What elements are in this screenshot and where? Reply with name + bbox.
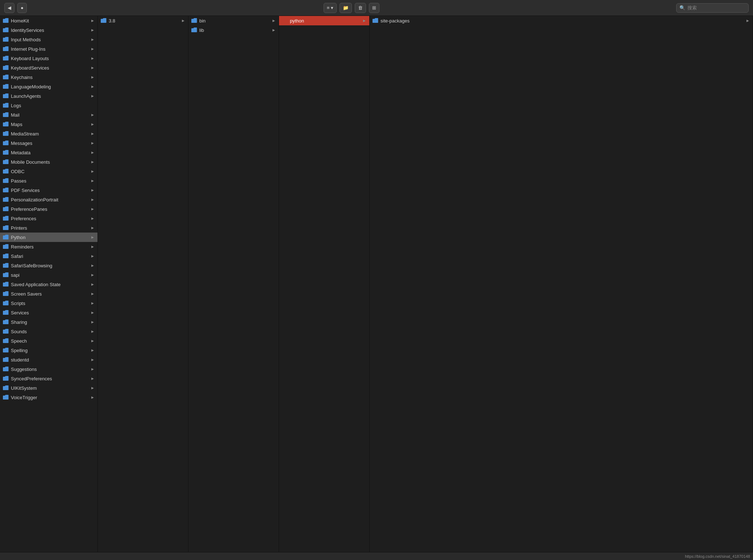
- list-item[interactable]: Mobile Documents▶: [0, 157, 97, 167]
- item-label: Logs: [11, 103, 95, 108]
- chevron-right-icon: ▶: [90, 358, 95, 362]
- folder-icon: [3, 56, 9, 61]
- list-item[interactable]: Screen Savers▶: [0, 289, 97, 298]
- list-item[interactable]: UIKitSystem▶: [0, 383, 97, 393]
- item-label: Safari: [11, 254, 90, 259]
- svg-rect-33: [3, 330, 9, 334]
- item-label: site-packages: [380, 18, 745, 24]
- list-item[interactable]: IdentityServices▶: [0, 25, 97, 35]
- list-item[interactable]: Passes▶: [0, 176, 97, 185]
- chevron-right-icon: ▶: [271, 28, 276, 32]
- folder-icon: [3, 169, 9, 174]
- list-item[interactable]: Keyboard Layouts▶: [0, 54, 97, 63]
- chevron-right-icon: ▶: [90, 207, 95, 211]
- item-label: Sounds: [11, 329, 90, 334]
- folder-icon: [3, 37, 9, 42]
- svg-rect-16: [3, 170, 9, 174]
- view-toggle-button[interactable]: ≡ ▾: [324, 3, 337, 13]
- new-folder-button[interactable]: 📁: [340, 3, 352, 13]
- chevron-right-icon: ▶: [90, 84, 95, 89]
- svg-rect-9: [3, 104, 9, 108]
- list-item[interactable]: lib▶: [188, 25, 279, 35]
- list-item[interactable]: LanguageModeling▶: [0, 82, 97, 91]
- list-item[interactable]: Mail▶: [0, 110, 97, 120]
- share-button[interactable]: ⊞: [369, 3, 379, 13]
- list-item[interactable]: ODBC▶: [0, 167, 97, 176]
- item-label: Mail: [11, 112, 90, 118]
- list-item[interactable]: Speech▶: [0, 336, 97, 346]
- list-item[interactable]: python▶: [279, 16, 369, 25]
- list-item[interactable]: Sharing▶: [0, 317, 97, 327]
- chevron-right-icon: ▶: [90, 329, 95, 334]
- list-item[interactable]: Keychains▶: [0, 72, 97, 82]
- list-item[interactable]: Spelling▶: [0, 346, 97, 355]
- list-item[interactable]: PreferencePanes▶: [0, 204, 97, 214]
- column-5: site-packages▶: [370, 16, 753, 552]
- chevron-right-icon: ▶: [90, 37, 95, 42]
- folder-icon: [3, 244, 9, 249]
- item-label: PDF Services: [11, 188, 90, 193]
- list-item[interactable]: Saved Application State▶: [0, 280, 97, 289]
- list-item[interactable]: sapi▶: [0, 270, 97, 280]
- list-item[interactable]: Logs: [0, 101, 97, 110]
- list-item[interactable]: Preferences▶: [0, 214, 97, 223]
- list-item[interactable]: Scripts▶: [0, 298, 97, 308]
- chevron-right-icon: ▶: [90, 47, 95, 51]
- trash-icon: 🗑: [358, 5, 363, 11]
- folder-icon: [3, 159, 9, 164]
- list-item[interactable]: Messages▶: [0, 138, 97, 148]
- list-item[interactable]: studentd▶: [0, 355, 97, 364]
- list-item[interactable]: Suggestions▶: [0, 364, 97, 374]
- list-item[interactable]: LaunchAgents▶: [0, 91, 97, 101]
- folder-icon: [3, 150, 9, 155]
- chevron-right-icon: ▶: [90, 282, 95, 287]
- list-item[interactable]: VoiceTrigger▶: [0, 393, 97, 402]
- chevron-right-icon: ▶: [90, 113, 95, 117]
- list-item[interactable]: Input Methods▶: [0, 35, 97, 44]
- delete-button[interactable]: 🗑: [355, 3, 366, 13]
- list-item[interactable]: Sounds▶: [0, 327, 97, 336]
- chevron-right-icon: ▶: [90, 339, 95, 343]
- chevron-right-icon: ▶: [90, 245, 95, 249]
- svg-rect-4: [3, 57, 9, 60]
- svg-rect-22: [3, 226, 9, 230]
- list-item[interactable]: Metadata▶: [0, 148, 97, 157]
- chevron-right-icon: ▶: [90, 395, 95, 400]
- chevron-right-icon: ▶: [90, 75, 95, 79]
- chevron-right-icon: ▶: [90, 150, 95, 155]
- back-button[interactable]: ◀: [4, 3, 14, 13]
- list-item[interactable]: Safari▶: [0, 251, 97, 261]
- folder-icon: [3, 18, 9, 23]
- list-item[interactable]: Services▶: [0, 308, 97, 317]
- list-item[interactable]: Python▶: [0, 233, 97, 242]
- list-item[interactable]: site-packages▶: [370, 16, 753, 25]
- svg-rect-19: [3, 198, 9, 202]
- list-item[interactable]: SyncedPreferences▶: [0, 374, 97, 383]
- list-item[interactable]: Printers▶: [0, 223, 97, 233]
- list-item[interactable]: Maps▶: [0, 120, 97, 129]
- search-box[interactable]: 🔍: [676, 3, 749, 13]
- list-item[interactable]: Reminders▶: [0, 242, 97, 251]
- list-item[interactable]: PersonalizationPortrait▶: [0, 195, 97, 204]
- list-item[interactable]: 3.8▶: [98, 16, 188, 25]
- column-2: 3.8▶: [98, 16, 188, 552]
- list-item[interactable]: KeyboardServices▶: [0, 63, 97, 72]
- list-item[interactable]: HomeKit▶: [0, 16, 97, 25]
- folder-icon: [3, 301, 9, 306]
- folder-icon: [3, 310, 9, 315]
- svg-rect-13: [3, 142, 9, 145]
- svg-rect-44: [282, 19, 288, 23]
- forward-button[interactable]: ●: [17, 3, 27, 13]
- svg-rect-11: [3, 123, 9, 126]
- svg-rect-23: [3, 236, 9, 239]
- list-item[interactable]: PDF Services▶: [0, 185, 97, 195]
- svg-rect-0: [3, 19, 9, 23]
- list-item[interactable]: Internet Plug-Ins▶: [0, 44, 97, 54]
- folder-icon: [3, 75, 9, 80]
- search-input[interactable]: [687, 5, 745, 11]
- list-item[interactable]: MediaStream▶: [0, 129, 97, 138]
- list-item[interactable]: bin▶: [188, 16, 279, 25]
- item-label: Metadata: [11, 150, 90, 155]
- list-item[interactable]: SafariSafeBrowsing▶: [0, 261, 97, 270]
- item-label: Reminders: [11, 244, 90, 250]
